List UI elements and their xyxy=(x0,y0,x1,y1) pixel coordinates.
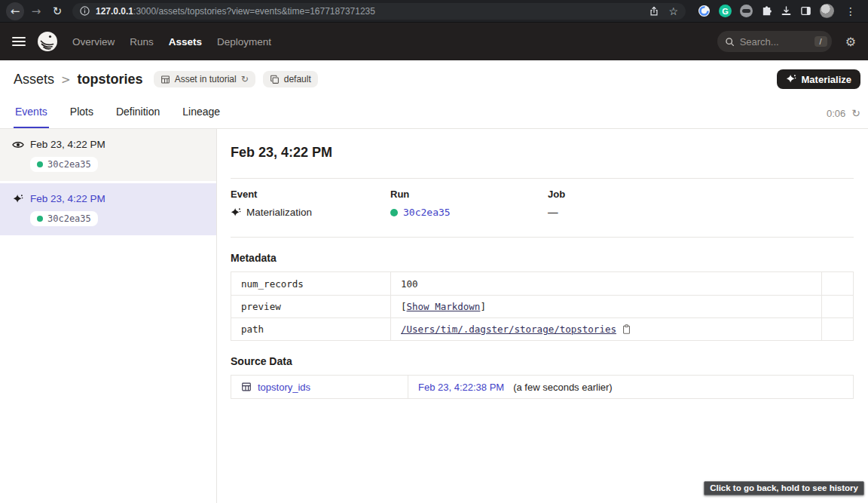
nav-item-deployment[interactable]: Deployment xyxy=(217,36,271,48)
browser-back-button[interactable]: ← xyxy=(6,2,24,20)
nav-links: Overview Runs Assets Deployment xyxy=(72,36,271,48)
sparkle-icon xyxy=(12,194,24,204)
tab-definition[interactable]: Definition xyxy=(115,106,161,128)
profile-avatar[interactable] xyxy=(820,4,834,18)
goggles-extension-icon[interactable] xyxy=(740,5,753,17)
hamburger-menu-icon[interactable] xyxy=(12,37,26,46)
source-timestamp-link[interactable]: Feb 23, 4:22:38 PM xyxy=(418,382,504,393)
source-data-table: topstory_ids Feb 23, 4:22:38 PM (a few s… xyxy=(231,375,854,399)
extension-cluster: G ⋮ xyxy=(695,4,862,18)
address-bar[interactable]: 127.0.0.1:3000/assets/topstories?view=ev… xyxy=(72,3,686,20)
show-markdown-link[interactable]: Show Markdown xyxy=(407,301,481,312)
copy-path-icon[interactable] xyxy=(622,324,631,335)
run-label: Run xyxy=(390,189,548,200)
materialize-button[interactable]: Materialize xyxy=(777,69,860,89)
metadata-key: preview xyxy=(231,296,390,317)
asset-tabs: Events Plots Definition Lineage 0:06 ↻ xyxy=(0,98,868,129)
event-list-item-observation[interactable]: Feb 23, 4:22 PM 30c2ea35 xyxy=(0,129,216,183)
event-type-value: Materialization xyxy=(246,207,312,218)
event-label: Event xyxy=(231,189,390,200)
source-data-section-title: Source Data xyxy=(231,355,854,367)
job-column: Job — xyxy=(548,189,854,218)
metadata-empty-cell xyxy=(821,318,853,340)
url-text: 127.0.0.1:3000/assets/topstories?view=ev… xyxy=(96,6,643,17)
share-icon[interactable] xyxy=(649,6,659,17)
breadcrumb: Assets > topstories xyxy=(14,72,143,87)
back-button-tooltip: Click to go back, hold to see history xyxy=(704,481,864,495)
group-badge[interactable]: default xyxy=(263,71,318,87)
table-row: topstory_ids Feb 23, 4:22:38 PM (a few s… xyxy=(231,376,853,398)
metadata-section-title: Metadata xyxy=(231,252,854,264)
grid-icon xyxy=(160,75,170,84)
nav-item-assets[interactable]: Assets xyxy=(169,36,202,48)
code-location-label: Asset in tutorial xyxy=(175,74,237,84)
dagster-logo[interactable] xyxy=(36,30,59,53)
bracket-close: ] xyxy=(480,301,486,312)
event-detail-panel: Feb 23, 4:22 PM Event Materialization Ru… xyxy=(217,129,868,503)
browser-toolbar: ← → ↻ 127.0.0.1:3000/assets/topstories?v… xyxy=(0,0,868,23)
extension-icon[interactable] xyxy=(698,5,711,17)
browser-forward-button[interactable]: → xyxy=(27,2,45,20)
reload-location-icon[interactable]: ↻ xyxy=(241,74,249,84)
breadcrumb-assets-link[interactable]: Assets xyxy=(14,72,54,87)
nav-item-overview[interactable]: Overview xyxy=(72,36,115,48)
browser-menu-icon[interactable]: ⋮ xyxy=(842,5,859,17)
asset-header: Assets > topstories Asset in tutorial ↻ … xyxy=(0,60,868,98)
nav-item-runs[interactable]: Runs xyxy=(130,36,154,48)
metadata-empty-cell xyxy=(821,296,853,317)
asset-grid-icon xyxy=(241,382,252,392)
table-row: num_records 100 xyxy=(231,272,853,295)
browser-reload-button[interactable]: ↻ xyxy=(48,2,66,20)
settings-gear-icon[interactable]: ⚙ xyxy=(845,35,856,49)
site-info-icon[interactable] xyxy=(80,6,90,16)
eye-icon xyxy=(12,140,24,149)
materialize-label: Materialize xyxy=(802,74,851,85)
run-status-dot xyxy=(37,161,43,167)
grammarly-icon[interactable]: G xyxy=(719,5,732,17)
search-input[interactable] xyxy=(740,36,805,48)
event-list-sidebar: Feb 23, 4:22 PM 30c2ea35 Feb 23, 4:22 PM… xyxy=(0,129,217,503)
run-id-pill[interactable]: 30c2ea35 xyxy=(30,211,98,226)
run-status-dot xyxy=(390,209,398,216)
refresh-icon[interactable]: ↻ xyxy=(851,107,860,119)
table-row: path /Users/tim/.dagster/storage/topstor… xyxy=(231,317,853,340)
bookmark-star-icon[interactable]: ☆ xyxy=(668,5,678,17)
metadata-key: path xyxy=(231,318,390,340)
metadata-table: num_records 100 preview [Show Markdown] … xyxy=(231,271,854,341)
breadcrumb-current-asset: topstories xyxy=(78,72,143,87)
group-label: default xyxy=(284,74,311,84)
bracket-open: [ xyxy=(401,301,407,312)
event-list-item-materialization[interactable]: Feb 23, 4:22 PM 30c2ea35 xyxy=(0,183,216,238)
path-link[interactable]: /Users/tim/.dagster/storage/topstories xyxy=(401,324,616,335)
event-timestamp: Feb 23, 4:22 PM xyxy=(30,139,105,150)
refresh-countdown: 0:06 ↻ xyxy=(827,107,860,128)
sparkle-icon xyxy=(231,207,241,218)
source-asset-link[interactable]: topstory_ids xyxy=(258,382,310,393)
metadata-empty-cell xyxy=(821,272,853,295)
tab-lineage[interactable]: Lineage xyxy=(181,106,222,128)
event-timestamp: Feb 23, 4:22 PM xyxy=(30,193,105,204)
download-icon[interactable] xyxy=(781,5,792,17)
refresh-countdown-value: 0:06 xyxy=(827,108,845,119)
extensions-puzzle-icon[interactable] xyxy=(761,5,772,17)
metadata-value: 100 xyxy=(401,278,418,290)
run-id-link[interactable]: 30c2ea35 xyxy=(403,207,451,218)
run-id: 30c2ea35 xyxy=(47,159,91,170)
copy-stack-icon xyxy=(270,75,280,84)
job-value: — xyxy=(548,207,558,218)
event-column: Event Materialization xyxy=(231,189,390,218)
source-timestamp-note: (a few seconds earlier) xyxy=(513,382,613,393)
side-panel-icon[interactable] xyxy=(800,5,811,17)
run-column: Run 30c2ea35 xyxy=(390,189,548,218)
tab-events[interactable]: Events xyxy=(14,106,49,128)
table-row: preview [Show Markdown] xyxy=(231,295,853,317)
run-id: 30c2ea35 xyxy=(47,213,91,224)
app-navbar: Overview Runs Assets Deployment / ⚙ xyxy=(0,23,868,60)
breadcrumb-separator: > xyxy=(61,73,71,87)
run-id-pill[interactable]: 30c2ea35 xyxy=(30,157,98,172)
global-search[interactable]: / xyxy=(717,31,832,52)
run-status-dot xyxy=(37,216,43,222)
event-detail-title: Feb 23, 4:22 PM xyxy=(231,145,854,161)
code-location-badge[interactable]: Asset in tutorial ↻ xyxy=(154,71,255,87)
tab-plots[interactable]: Plots xyxy=(69,106,95,128)
